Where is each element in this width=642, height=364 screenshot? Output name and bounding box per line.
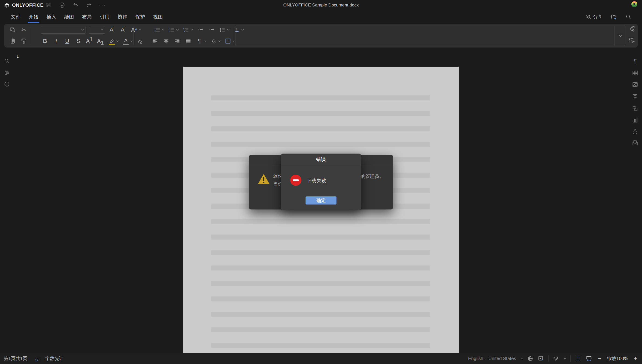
track-changes-button[interactable] [553,355,559,362]
set-language-button[interactable] [527,355,534,362]
chevron-down-icon[interactable] [191,29,193,31]
shape-settings-button[interactable] [631,105,639,112]
font-name-select[interactable] [41,26,86,34]
statusbar-divider [570,355,571,362]
chevron-down-icon[interactable] [176,29,179,31]
case-glyph-large: A [131,27,135,32]
cut-button[interactable]: ✂ [20,25,28,34]
font-size-select[interactable] [89,26,105,34]
paste-button[interactable] [9,36,17,46]
chevron-down-icon[interactable] [162,29,164,31]
fit-to-width-button[interactable] [585,355,592,362]
decrease-indent-button[interactable] [196,25,204,34]
copy-button[interactable] [9,25,17,34]
line-spacing-button[interactable] [219,25,226,34]
scissors-icon: ✂ [22,26,26,33]
tab-insert[interactable]: 插入 [46,10,56,24]
bold-button[interactable]: B [41,36,49,46]
open-file-location-button[interactable] [610,14,617,20]
align-left-button[interactable] [151,36,159,46]
word-count-button[interactable]: 12 [35,355,41,362]
increase-indent-button[interactable] [207,25,215,34]
align-right-button[interactable] [173,36,181,46]
mail-merge-button[interactable] [631,139,639,146]
ribbon-tabs: 文件 开始 插入 绘图 布局 引用 协作 保护 视图 [11,10,163,24]
table-settings-button[interactable] [631,69,639,77]
font-color-button[interactable]: A [122,36,130,46]
tab-draw[interactable]: 绘图 [64,10,74,24]
bullet-list-button[interactable] [153,25,161,34]
chevron-down-icon[interactable] [131,40,133,42]
chevron-down-icon[interactable] [204,40,207,42]
user-avatar[interactable] [631,1,637,7]
align-center-button[interactable] [162,36,170,46]
chevron-down-icon[interactable] [116,40,119,42]
ok-button[interactable]: 确定 [306,196,336,204]
fit-to-page-button[interactable] [575,355,581,362]
subscript-button[interactable]: A1 [97,36,104,46]
text-art-settings-button[interactable] [631,128,639,135]
header-footer-settings-button[interactable] [631,93,639,100]
zoom-in-button[interactable]: + [632,355,639,362]
chevron-down-icon[interactable] [520,358,523,360]
error-icon [290,175,301,186]
about-panel-button[interactable] [3,80,11,88]
tab-layout[interactable]: 布局 [82,10,92,24]
chevron-down-icon[interactable] [218,40,221,42]
change-case-button[interactable]: A A [130,25,138,34]
tab-references[interactable]: 引用 [100,10,110,24]
word-count-label[interactable]: 字数统计 [45,356,64,362]
borders-button[interactable] [224,36,232,46]
tab-protection[interactable]: 保护 [135,10,145,24]
document-language-selector[interactable]: English – United States [468,356,516,361]
case-glyph-small: A [135,28,137,32]
format-painter-button[interactable] [20,36,28,46]
numbered-list-button[interactable]: 1 2 [168,25,176,34]
align-justify-button[interactable] [184,36,192,46]
chevron-down-icon[interactable] [563,358,566,360]
statusbar-divider [31,355,31,362]
bold-glyph: B [43,38,47,44]
tab-stop-selector[interactable]: L [15,54,20,59]
paragraph-styles-gallery[interactable] [236,26,625,46]
find-panel-button[interactable] [3,57,11,65]
search-button[interactable] [625,14,632,20]
increase-font-size-button[interactable]: Aˆ [108,25,116,34]
chart-settings-button[interactable] [631,116,639,124]
undo-button[interactable] [72,2,79,8]
underline-button[interactable]: U [63,36,71,46]
decrease-font-size-button[interactable]: Aˇ [119,25,127,34]
error-minus-bar [293,179,299,181]
zoom-out-button[interactable]: − [596,355,603,362]
shading-color-button[interactable] [210,36,218,46]
replace-button[interactable] [628,25,635,32]
tab-view[interactable]: 视图 [153,10,163,24]
tab-collaboration[interactable]: 协作 [117,10,128,24]
chevron-down-icon[interactable] [233,40,235,42]
image-settings-button[interactable] [631,81,639,88]
paragraph-settings-button[interactable]: ¶ [631,58,639,65]
clear-style-button[interactable] [136,36,144,46]
superscript-button[interactable]: A1 [86,36,93,46]
tab-home[interactable]: 开始 [29,10,39,24]
print-button[interactable] [59,2,66,8]
gallery-expand-chevron-icon[interactable] [618,34,623,38]
highlight-color-button[interactable] [108,36,116,46]
chevron-down-icon[interactable] [227,29,230,31]
multilevel-list-button[interactable]: 1 A [182,25,190,34]
text-placeholder-bar [211,327,430,332]
save-button[interactable] [45,2,52,8]
spell-checking-button[interactable] [538,355,544,362]
select-all-button[interactable] [628,37,635,44]
list-number-1: 1 [169,27,170,30]
strikeout-button[interactable]: S [74,36,82,46]
customize-toolbar-button[interactable]: ··· [99,2,106,8]
share-button[interactable]: 分享 [585,14,602,20]
caret-down-mark: ˇ [125,26,126,30]
navigation-headings-button[interactable] [3,69,11,76]
chevron-down-icon[interactable] [139,29,141,31]
italic-button[interactable]: I [52,36,60,46]
tab-file[interactable]: 文件 [11,10,21,24]
redo-button[interactable] [86,2,92,8]
nonprinting-characters-button[interactable]: ¶ [195,36,203,46]
